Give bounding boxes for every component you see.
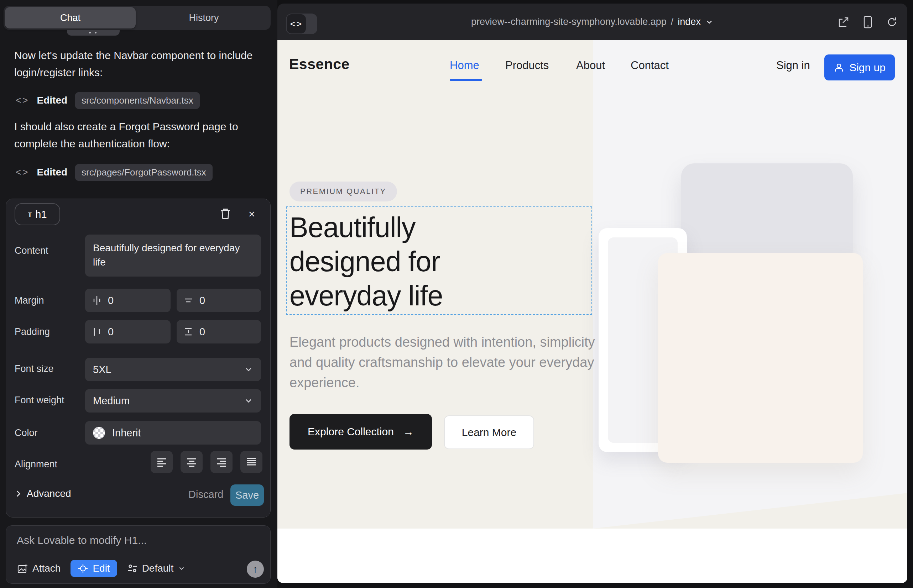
mobile-view-icon[interactable] xyxy=(863,15,873,29)
align-left-button[interactable] xyxy=(151,451,173,473)
url-separator: / xyxy=(671,16,674,27)
align-justify-button[interactable] xyxy=(240,451,262,473)
close-panel-button[interactable]: × xyxy=(244,207,259,221)
decor-cream-card xyxy=(658,253,863,463)
attach-button[interactable]: Attach xyxy=(17,563,60,574)
align-justify-icon xyxy=(245,456,257,468)
margin-horizontal-icon xyxy=(92,295,102,306)
chevron-down-icon xyxy=(244,396,253,405)
file-path-chip[interactable]: src/components/Navbar.tsx xyxy=(75,92,200,109)
premium-quality-badge: PREMIUM QUALITY xyxy=(290,181,397,202)
code-preview-toggle[interactable]: <> xyxy=(286,13,317,34)
url-bar[interactable]: preview--charming-site-symphony.lovable.… xyxy=(277,3,907,40)
font-size-select[interactable]: 5XL xyxy=(85,358,261,381)
padding-vertical-icon xyxy=(183,326,194,337)
padding-horizontal-icon xyxy=(92,326,102,337)
alignment-button-group xyxy=(151,451,262,473)
chevron-down-icon xyxy=(244,365,253,374)
code-icon: <> xyxy=(16,167,29,178)
save-button[interactable]: Save xyxy=(230,485,264,506)
element-editor-panel: т h1 × Content Beautifully designed for … xyxy=(6,199,270,517)
hero-paragraph: Elegant products designed with intention… xyxy=(290,332,610,393)
url-domain: preview--charming-site-symphony.lovable.… xyxy=(471,16,667,27)
edited-file-row: <> Edited src/components/Navbar.tsx xyxy=(16,92,200,108)
chevron-right-icon xyxy=(15,489,22,498)
chat-toolbar: Attach Edit Default xyxy=(17,560,186,577)
margin-label: Margin xyxy=(15,295,44,306)
attach-image-icon xyxy=(17,563,28,574)
site-logo[interactable]: Essence xyxy=(289,56,350,73)
open-in-new-tab-icon[interactable] xyxy=(837,16,850,28)
diagonal-section-divider xyxy=(593,493,907,528)
panel-footer: Advanced Discard Save xyxy=(6,484,271,507)
align-center-icon xyxy=(186,456,197,468)
margin-vertical-icon xyxy=(183,295,194,306)
chevron-down-icon[interactable] xyxy=(705,18,714,26)
user-icon xyxy=(834,62,844,73)
edited-file-row: <> Edited src/pages/ForgotPassword.tsx xyxy=(16,165,212,180)
nav-link-products[interactable]: Products xyxy=(505,59,549,72)
preview-actions xyxy=(837,3,898,40)
send-button[interactable]: ↑ xyxy=(247,561,264,578)
chat-sidebar: Chat History Now let's update the Navbar… xyxy=(0,0,277,588)
padding-label: Padding xyxy=(15,326,50,338)
code-icon: <> xyxy=(287,14,306,34)
default-mode-dropdown[interactable]: Default xyxy=(127,563,186,574)
align-right-button[interactable] xyxy=(210,451,233,473)
chat-input-box: Ask Lovable to modify H1... Attach Edit xyxy=(6,525,270,584)
align-left-icon xyxy=(155,456,168,468)
next-section-background xyxy=(277,528,907,583)
trash-icon xyxy=(220,207,231,220)
dot xyxy=(95,32,97,34)
padding-y-input[interactable]: 0 xyxy=(176,320,261,344)
hero-heading[interactable]: Beautifully designed for everyday life xyxy=(290,210,443,313)
delete-element-button[interactable] xyxy=(218,207,233,221)
margin-y-input[interactable]: 0 xyxy=(176,289,261,312)
decor-gray-card xyxy=(681,163,853,263)
color-select[interactable]: Inherit xyxy=(85,421,261,444)
url-page: index xyxy=(678,16,701,27)
preview-toolbar: preview--charming-site-symphony.lovable.… xyxy=(277,3,907,40)
active-nav-underline xyxy=(450,79,482,81)
tab-chat[interactable]: Chat xyxy=(5,7,136,29)
text-size-icon: т xyxy=(28,210,32,219)
align-center-button[interactable] xyxy=(181,451,202,473)
advanced-toggle[interactable]: Advanced xyxy=(15,488,71,499)
learn-more-button[interactable]: Learn More xyxy=(444,415,534,449)
scrolled-chip-fragment xyxy=(67,30,120,36)
transparent-color-swatch xyxy=(93,427,105,439)
font-weight-select[interactable]: Medium xyxy=(85,389,261,412)
font-size-label: Font size xyxy=(15,363,54,375)
chevron-down-icon xyxy=(178,564,186,572)
edited-label: Edited xyxy=(37,95,68,106)
padding-x-input[interactable]: 0 xyxy=(85,320,170,344)
chat-input[interactable]: Ask Lovable to modify H1... xyxy=(17,534,147,546)
chat-message: I should also create a Forgot Password p… xyxy=(14,118,264,152)
element-tag-label: h1 xyxy=(35,208,47,220)
nav-link-contact[interactable]: Contact xyxy=(631,59,669,72)
chat-message: Now let's update the Navbar component to… xyxy=(14,47,264,81)
content-input[interactable]: Beautifully designed for everyday life xyxy=(85,234,261,276)
edit-mode-button[interactable]: Edit xyxy=(71,560,117,577)
align-right-icon xyxy=(215,456,228,468)
sign-in-link[interactable]: Sign in xyxy=(776,59,810,72)
alignment-label: Alignment xyxy=(15,459,57,470)
edited-label: Edited xyxy=(37,166,68,178)
discard-button[interactable]: Discard xyxy=(188,489,223,501)
arrow-right-icon: → xyxy=(403,426,414,438)
dot xyxy=(89,32,91,34)
nav-link-about[interactable]: About xyxy=(576,59,605,72)
color-label: Color xyxy=(15,428,38,438)
refresh-icon[interactable] xyxy=(886,16,898,28)
file-path-chip[interactable]: src/pages/ForgotPassword.tsx xyxy=(75,164,212,181)
lovable-app-window: Chat History Now let's update the Navbar… xyxy=(0,0,913,588)
tab-history[interactable]: History xyxy=(139,7,269,29)
nav-link-home[interactable]: Home xyxy=(450,59,479,72)
selected-element-pill: т h1 xyxy=(15,203,60,225)
sign-up-button[interactable]: Sign up xyxy=(824,55,895,81)
explore-collection-button[interactable]: Explore Collection → xyxy=(290,414,432,449)
margin-x-input[interactable]: 0 xyxy=(85,289,170,312)
sidebar-tabbar: Chat History xyxy=(3,6,270,30)
code-icon: <> xyxy=(16,95,29,106)
content-label: Content xyxy=(15,245,49,256)
